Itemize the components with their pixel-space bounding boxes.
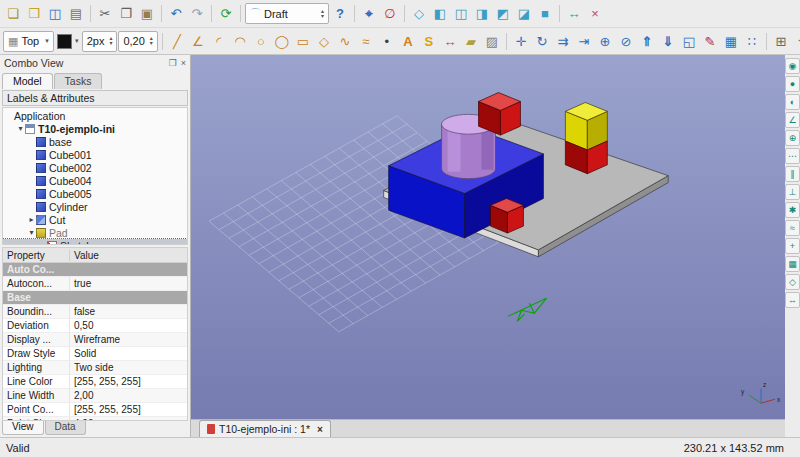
snap-grid[interactable]: ▦ [785,256,800,272]
tree-item-sketch[interactable]: Sketch [3,239,187,245]
zoom-fit-all[interactable]: ⌖ [359,4,379,24]
draft-join[interactable]: ⊕ [595,31,615,51]
tree-item-cube001[interactable]: Cube001 [3,148,187,161]
paste[interactable]: ▣ [137,4,157,24]
tree-item-t10-ejemplo-ini[interactable]: ▾T10-ejemplo-ini [3,122,187,135]
draft-text[interactable]: A [398,31,418,51]
open-document[interactable]: ❒ [24,4,44,24]
property-column-header[interactable]: Property [3,250,70,261]
draft-arc[interactable]: ◠ [230,31,250,51]
draft-rectangle[interactable]: ▭ [293,31,313,51]
expander-icon[interactable]: ▾ [16,124,25,133]
draft-fillet[interactable]: ◜ [209,31,229,51]
cut[interactable]: ✂ [95,4,115,24]
close-document-icon[interactable]: × [317,424,323,435]
property-value[interactable]: 0,50 [70,319,187,332]
tree-item-cube004[interactable]: Cube004 [3,174,187,187]
whats-this[interactable]: ? [330,4,350,24]
float-panel-icon[interactable]: ❐ [169,58,177,68]
snap-parallel[interactable]: ∥ [785,166,800,182]
draft-bspline[interactable]: ∿ [335,31,355,51]
property-value[interactable]: 2,00 [70,389,187,402]
property-value[interactable]: [255, 255, 255] [70,403,187,416]
toggle-grid[interactable]: ⊞ [771,31,791,51]
property-row[interactable]: Autocon...true [3,277,187,291]
property-row[interactable]: Display ...Wireframe [3,333,187,347]
snap-working-plane[interactable]: ◇ [785,274,800,290]
property-row[interactable]: LightingTwo side [3,361,187,375]
snap-angle[interactable]: ∠ [785,112,800,128]
tab-tasks[interactable]: Tasks [54,73,103,89]
view-front[interactable]: ◧ [430,4,450,24]
tab-data[interactable]: Data [45,421,86,435]
view-right[interactable]: ◨ [472,4,492,24]
property-row[interactable]: Line Width2,00 [3,389,187,403]
draw-style[interactable]: ∅ [380,4,400,24]
tree-item-base[interactable]: base [3,135,187,148]
draft-point[interactable]: • [377,31,397,51]
view-top[interactable]: ◫ [451,4,471,24]
draft-shapestring[interactable]: S [419,31,439,51]
print[interactable]: ▤ [66,4,86,24]
labels-attributes-header[interactable]: Labels & Attributes [2,90,188,106]
draft-downgrade[interactable]: ⇓ [658,31,678,51]
draft-array[interactable]: ▦ [721,31,741,51]
save-document[interactable]: ◫ [45,4,65,24]
refresh[interactable]: ⟳ [216,4,236,24]
draft-split[interactable]: ⊘ [616,31,636,51]
property-row[interactable]: Deviation0,50 [3,319,187,333]
snap-dimensions[interactable]: ↔ [785,292,800,308]
measure-clear[interactable]: × [585,4,605,24]
snap-special[interactable]: ✱ [785,202,800,218]
tree-item-cube002[interactable]: Cube002 [3,161,187,174]
property-row[interactable]: Line Color[255, 255, 255] [3,375,187,389]
scale-spinbox[interactable]: 0,20▴▾ [118,31,157,52]
property-row[interactable]: Boundin...false [3,305,187,319]
3d-viewport[interactable]: x z y [191,55,785,419]
property-row[interactable]: Draw StyleSolid [3,347,187,361]
draft-move[interactable]: ✛ [511,31,531,51]
property-value[interactable]: true [70,277,187,290]
redo[interactable]: ↷ [187,4,207,24]
property-value[interactable]: Solid [70,347,187,360]
value-column-header[interactable]: Value [70,250,187,261]
expander-icon[interactable]: ▾ [27,228,36,237]
property-value[interactable]: [255, 255, 255] [70,375,187,388]
copy[interactable]: ❐ [116,4,136,24]
model-red-cube-front[interactable] [490,198,523,233]
draft-scale[interactable]: ◱ [679,31,699,51]
tree-item-cylinder[interactable]: Cylinder [3,200,187,213]
draft-ellipse[interactable]: ◯ [272,31,292,51]
tab-view[interactable]: View [2,421,44,435]
draft-bezier[interactable]: ≈ [356,31,376,51]
snap-ortho[interactable]: + [785,238,800,254]
working-plane-button[interactable]: ▦Top▾ [3,31,54,52]
draft-line[interactable]: ╱ [167,31,187,51]
view-rear[interactable]: ◩ [493,4,513,24]
draft-polygon[interactable]: ◇ [314,31,334,51]
toggle-snap[interactable]: ⌖ [792,31,800,51]
snap-near[interactable]: ≈ [785,220,800,236]
draft-path-array[interactable]: ∷ [742,31,762,51]
spinner-arrows-icon[interactable]: ▴▾ [109,36,112,46]
draft-hatch[interactable]: ▨ [482,31,502,51]
document-tab[interactable]: T10-ejemplo-ini : 1* × [199,420,331,437]
spinner-arrows-icon[interactable]: ▴▾ [321,9,324,19]
draft-edit[interactable]: ✎ [700,31,720,51]
new-document[interactable]: ❏ [3,4,23,24]
snap-endpoint[interactable]: ● [785,76,800,92]
property-row[interactable]: Point Co...[255, 255, 255] [3,403,187,417]
expander-icon[interactable]: ▸ [27,215,36,224]
undo[interactable]: ↶ [166,4,186,24]
view-left[interactable]: ■ [535,4,555,24]
snap-perpendicular[interactable]: ⊥ [785,184,800,200]
tree-item-pad[interactable]: ▾Pad [3,226,187,239]
tab-model[interactable]: Model [2,73,53,89]
model-red-cube-top[interactable] [479,93,521,136]
tree-item-cut[interactable]: ▸Cut [3,213,187,226]
workbench-selector[interactable]: ⌒Draft▴▾ [245,3,329,24]
property-value[interactable]: Two side [70,361,187,374]
snap-midpoint[interactable]: ◐ [785,94,800,110]
line-color-button[interactable]: ▾ [55,31,81,51]
draft-circle[interactable]: ○ [251,31,271,51]
